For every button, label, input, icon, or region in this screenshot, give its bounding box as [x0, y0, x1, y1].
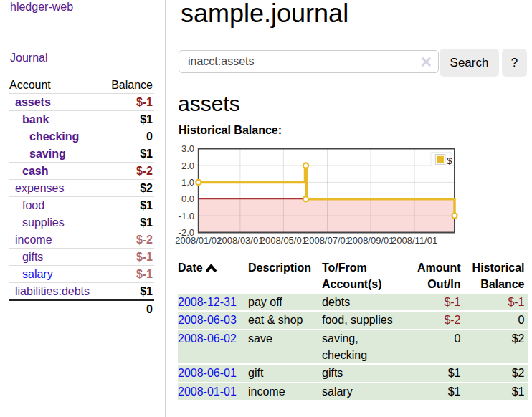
svg-text:2008/03/01: 2008/03/01 — [217, 235, 263, 246]
svg-text:0.0: 0.0 — [181, 193, 194, 204]
svg-text:2.0: 2.0 — [181, 160, 194, 171]
svg-text:2008/11/01: 2008/11/01 — [391, 235, 437, 246]
svg-text:2008/05/01: 2008/05/01 — [260, 235, 307, 246]
svg-text:3.0: 3.0 — [181, 143, 194, 154]
svg-text:$: $ — [447, 155, 452, 166]
svg-text:2008/07/01: 2008/07/01 — [304, 235, 351, 246]
svg-text:-1.0: -1.0 — [179, 211, 194, 221]
svg-text:1.0: 1.0 — [181, 177, 194, 188]
svg-text:2008/09/01: 2008/09/01 — [347, 235, 394, 246]
svg-text:2008/01/01: 2008/01/01 — [175, 235, 222, 246]
